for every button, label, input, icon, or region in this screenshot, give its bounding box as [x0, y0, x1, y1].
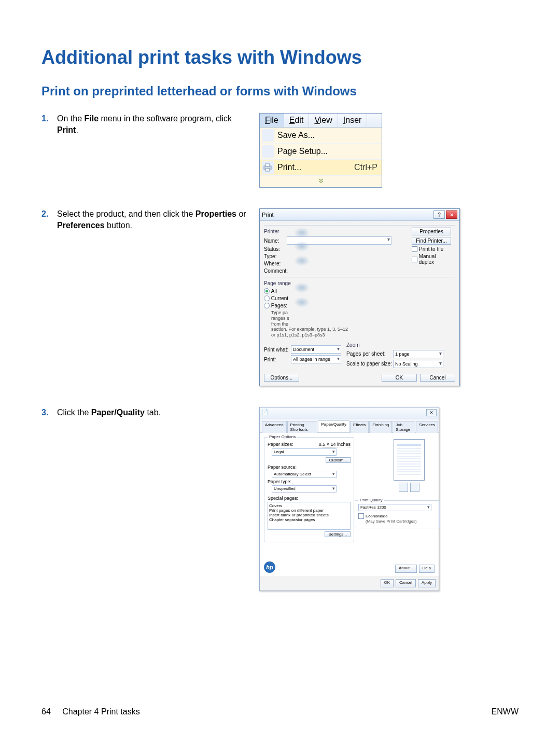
properties-dialog-screenshot: 📄 ✕ Advanced Printing Shortcuts Paper/Qu…: [259, 407, 439, 591]
dialog-title: Print: [262, 212, 274, 218]
current-label: Current: [271, 296, 288, 301]
economode-hint: (May Save Print Cartridges): [366, 519, 436, 524]
page-title: Additional print tasks with Windows: [41, 47, 519, 68]
pps-label: Pages per sheet:: [346, 351, 393, 357]
scale-field[interactable]: No Scaling: [393, 360, 443, 368]
pages-radio[interactable]: [264, 303, 270, 308]
page-preview: [386, 439, 432, 491]
menu-expand[interactable]: [260, 176, 382, 187]
hp-logo: hp: [264, 561, 275, 573]
tab-printing-shortcuts[interactable]: Printing Shortcuts: [287, 421, 318, 433]
custom-button[interactable]: Custom...: [326, 457, 351, 463]
menu-item-save-as[interactable]: Save As...: [260, 128, 382, 144]
print-what-field[interactable]: Document: [291, 345, 341, 354]
step-1: 1. On the File menu in the software prog…: [41, 113, 519, 188]
print-label: Print:: [264, 357, 291, 362]
current-radio[interactable]: [264, 296, 270, 301]
step-3-text: Click the Paper/Quality tab.: [57, 407, 249, 418]
menu-insert[interactable]: Inser: [338, 114, 368, 127]
paper-type-label: Paper type:: [268, 479, 351, 484]
menu-view[interactable]: View: [309, 114, 338, 127]
help-button-props[interactable]: Help: [419, 565, 435, 573]
print-field[interactable]: All pages in range: [291, 355, 341, 363]
print-shortcut: Ctrl+P: [354, 163, 377, 172]
page-subtitle: Print on preprinted letterhead or forms …: [41, 84, 519, 99]
props-cancel-button[interactable]: Cancel: [396, 579, 416, 587]
step-3-number: 3.: [41, 407, 57, 418]
props-title-icon: 📄: [262, 409, 268, 416]
ok-button[interactable]: OK: [382, 374, 417, 382]
find-printer-button[interactable]: Find Printer...: [412, 237, 451, 245]
print-quality-group: Print Quality: [358, 498, 384, 502]
tab-job-storage[interactable]: Job Storage: [393, 421, 415, 433]
special-pages-label: Special pages:: [268, 496, 351, 501]
footer-page-number: 64: [41, 707, 51, 716]
step-2-number: 2.: [41, 208, 57, 220]
footer-chapter: Chapter 4 Print tasks: [62, 707, 139, 716]
printer-name-field[interactable]: [287, 236, 391, 245]
tab-finishing[interactable]: Finishing: [369, 421, 392, 433]
props-apply-button[interactable]: Apply: [418, 579, 436, 587]
paper-options-group: Paper Options: [268, 434, 297, 439]
special-pages-list[interactable]: Covers Print pages on different paper In…: [268, 502, 351, 530]
manual-duplex-checkbox[interactable]: Manual duplex: [412, 254, 451, 265]
tabs-bar: Advanced Printing Shortcuts Paper/Qualit…: [260, 418, 439, 433]
scale-label: Scale to paper size:: [346, 361, 393, 367]
printer-icon: [263, 163, 272, 172]
print-what-label: Print what:: [264, 347, 291, 353]
tab-services[interactable]: Services: [416, 421, 438, 433]
print-to-file-checkbox[interactable]: Print to file: [412, 246, 451, 252]
tab-effects[interactable]: Effects: [350, 421, 369, 433]
tab-paper-quality[interactable]: Paper/Quality: [318, 420, 349, 432]
cancel-button[interactable]: Cancel: [420, 374, 455, 382]
options-button[interactable]: Options...: [264, 374, 299, 382]
about-button[interactable]: About...: [395, 565, 417, 573]
page-footer: 64 Chapter 4 Print tasks ENWW: [41, 707, 519, 716]
help-button[interactable]: ?: [433, 210, 445, 219]
step-1-number: 1.: [41, 113, 57, 124]
menu-item-page-setup[interactable]: Page Setup...: [260, 144, 382, 160]
page-range-group: Page range: [264, 280, 455, 286]
chevron-double-down-icon: [318, 178, 324, 184]
step-3: 3. Click the Paper/Quality tab. 📄 ✕ Adva…: [41, 407, 519, 591]
footer-right: ENWW: [492, 707, 519, 716]
print-quality-field[interactable]: FastRes 1200: [358, 504, 431, 511]
economode-checkbox[interactable]: EconoMode: [358, 513, 436, 519]
properties-button[interactable]: Properties: [412, 228, 451, 235]
preview-icon-2: [410, 483, 419, 492]
status-label: Status:: [264, 246, 287, 252]
tab-advanced[interactable]: Advanced: [262, 421, 287, 433]
file-menu-screenshot: File Edit View Inser Save As... Page Set…: [259, 113, 382, 188]
paper-size-field[interactable]: Legal: [272, 448, 337, 456]
menu-edit[interactable]: Edit: [284, 114, 310, 127]
comment-label: Comment:: [264, 268, 287, 274]
paper-source-label: Paper source:: [268, 465, 351, 470]
step-2: 2. Select the product, and then click th…: [41, 208, 519, 386]
svg-rect-1: [265, 164, 270, 166]
svg-rect-2: [265, 168, 270, 171]
print-dialog-screenshot: Print ? ✕ Printer Properties Find Printe…: [259, 208, 460, 386]
name-label: Name:: [264, 238, 287, 244]
step-2-text: Select the product, and then click the P…: [57, 208, 249, 232]
props-ok-button[interactable]: OK: [381, 579, 394, 587]
menu-file[interactable]: File: [260, 114, 284, 127]
paper-sizes-label: Paper sizes: 8.5 × 14 inches: [268, 442, 351, 447]
pps-field[interactable]: 1 page: [393, 350, 443, 358]
preview-icon-1: [399, 483, 408, 492]
settings-button[interactable]: Settings...: [325, 531, 351, 537]
props-close-button[interactable]: ✕: [426, 409, 437, 416]
all-label: All: [271, 288, 277, 294]
paper-type-field[interactable]: Unspecified: [272, 485, 337, 493]
step-1-text: On the File menu in the software program…: [57, 113, 249, 136]
where-label: Where:: [264, 261, 287, 266]
pages-label: Pages:: [271, 303, 287, 308]
zoom-group: Zoom: [346, 342, 455, 348]
menu-file-txt: ile: [270, 116, 278, 124]
type-label: Type:: [264, 254, 287, 259]
close-button[interactable]: ✕: [446, 210, 457, 219]
menu-item-print[interactable]: Print... Ctrl+P: [260, 160, 382, 176]
all-radio[interactable]: [264, 288, 270, 294]
paper-source-field[interactable]: Automatically Select: [272, 471, 337, 478]
